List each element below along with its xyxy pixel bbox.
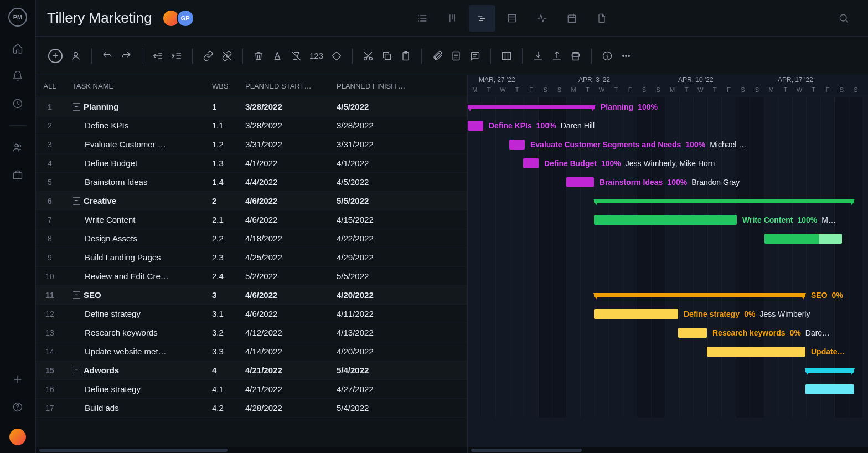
horizontal-scrollbar[interactable] — [36, 447, 467, 453]
collapse-icon[interactable]: − — [73, 103, 80, 111]
attachment-icon[interactable] — [432, 50, 443, 61]
notes-icon[interactable] — [451, 50, 462, 61]
gantt-task-bar[interactable]: Define strategy0%Jess Wimberly — [594, 309, 678, 319]
table-row[interactable]: 4 Define Budget 1.3 4/1/2022 4/1/2022 — [36, 154, 467, 173]
table-row[interactable]: 9 Build Landing Pages 2.3 4/25/2022 4/29… — [36, 248, 467, 267]
view-file-icon[interactable] — [588, 5, 615, 32]
gantt-task-bar[interactable]: Write Content100%M… — [594, 215, 737, 225]
add-task-icon[interactable]: + — [48, 49, 63, 63]
cut-icon[interactable] — [363, 50, 374, 61]
copy-icon[interactable] — [381, 50, 392, 61]
gantt-summary-bar[interactable]: SEO0% — [594, 293, 805, 297]
gantt-bar-label: Research keywords0%Dare… — [712, 328, 830, 337]
table-row[interactable]: 12 Define strategy 3.1 4/6/2022 4/11/202… — [36, 305, 467, 323]
view-activity-icon[interactable] — [529, 5, 555, 32]
table-row[interactable]: 14 Update website met… 3.3 4/14/2022 4/2… — [36, 342, 467, 361]
gantt-row — [468, 192, 868, 210]
paste-icon[interactable] — [400, 50, 411, 61]
table-row[interactable]: 5 Brainstorm Ideas 1.4 4/4/2022 4/5/2022 — [36, 173, 467, 192]
app-logo[interactable]: PM — [8, 8, 27, 27]
collapse-icon[interactable]: − — [73, 291, 80, 299]
gantt-summary-bar[interactable] — [805, 368, 854, 373]
help-icon[interactable] — [12, 401, 24, 413]
table-row[interactable]: 1 −Planning 1 3/28/2022 4/5/2022 — [36, 97, 467, 116]
col-header-wbs[interactable]: WBS — [212, 82, 245, 90]
info-icon[interactable] — [602, 50, 613, 61]
col-header-all[interactable]: ALL — [36, 82, 64, 90]
text-style-icon[interactable] — [272, 50, 283, 61]
table-row[interactable]: 10 Review and Edit Cre… 2.4 5/2/2022 5/5… — [36, 267, 467, 286]
comment-icon[interactable] — [469, 50, 480, 61]
svg-rect-16 — [573, 56, 578, 60]
gantt-summary-bar[interactable]: Planning100% — [468, 105, 595, 109]
table-row[interactable]: 11 −SEO 3 4/6/2022 4/20/2022 — [36, 286, 467, 305]
delete-icon[interactable] — [253, 50, 264, 61]
collapse-icon[interactable]: − — [73, 367, 80, 374]
assign-icon[interactable] — [70, 50, 81, 61]
team-icon[interactable] — [12, 141, 24, 153]
gantt-summary-bar[interactable] — [594, 199, 854, 203]
view-gantt-icon[interactable] — [469, 5, 495, 32]
gantt-row — [468, 380, 868, 399]
svg-rect-11 — [385, 54, 391, 59]
table-row[interactable]: 15 −Adwords 4 4/21/2022 5/4/2022 — [36, 361, 467, 380]
gantt-task-bar[interactable]: Brainstorm Ideas100%Brandon Gray — [566, 177, 594, 187]
indent-icon[interactable] — [171, 50, 182, 61]
import-icon[interactable] — [533, 50, 544, 61]
undo-icon[interactable] — [102, 50, 113, 61]
table-row[interactable]: 8 Design Assets 2.2 4/18/2022 4/22/2022 — [36, 229, 467, 248]
view-calendar-icon[interactable] — [559, 5, 585, 32]
table-row[interactable]: 13 Research keywords 3.2 4/12/2022 4/13/… — [36, 323, 467, 342]
add-icon[interactable] — [12, 373, 24, 385]
number-format-icon[interactable]: 123 — [309, 51, 323, 60]
link-icon[interactable] — [203, 50, 214, 61]
project-members[interactable]: GP — [162, 9, 194, 27]
table-row[interactable]: 2 Define KPIs 1.1 3/28/2022 3/28/2022 — [36, 116, 467, 135]
col-header-finish[interactable]: PLANNED FINISH … — [337, 82, 428, 90]
day-label: T — [609, 86, 623, 93]
notifications-icon[interactable] — [12, 70, 24, 82]
svg-point-20 — [628, 55, 630, 56]
view-list-icon[interactable] — [409, 5, 436, 32]
gantt-row: Define Budget100%Jess Wimberly, Mike Hor… — [468, 154, 868, 173]
table-row[interactable]: 3 Evaluate Customer … 1.2 3/31/2022 3/31… — [36, 135, 467, 154]
home-icon[interactable] — [12, 42, 24, 54]
gantt-task-bar[interactable]: Evaluate Customer Segments and Needs100%… — [509, 140, 525, 150]
view-sheet-icon[interactable] — [499, 5, 525, 32]
diamond-icon[interactable] — [331, 50, 342, 61]
print-icon[interactable] — [570, 50, 581, 61]
gantt-task-bar[interactable]: Define Budget100%Jess Wimberly, Mike Hor… — [523, 158, 539, 168]
gantt-task-bar[interactable] — [764, 234, 842, 244]
gantt-task-bar[interactable]: Define KPIs100%Daren Hill — [468, 121, 483, 131]
briefcase-icon[interactable] — [12, 169, 24, 181]
day-label: T — [482, 86, 496, 93]
svg-rect-6 — [569, 15, 576, 22]
col-header-name[interactable]: TASK NAME — [68, 82, 212, 90]
table-row[interactable]: 6 −Creative 2 4/6/2022 5/5/2022 — [36, 192, 467, 210]
gantt-task-bar[interactable]: Update… — [707, 347, 805, 357]
view-board-icon[interactable] — [439, 5, 466, 32]
gantt-scrollbar[interactable] — [468, 447, 868, 453]
col-header-start[interactable]: PLANNED START… — [245, 82, 337, 90]
search-icon[interactable] — [830, 5, 857, 32]
gantt-task-bar[interactable] — [805, 384, 854, 394]
columns-icon[interactable] — [501, 50, 512, 61]
unlink-icon[interactable] — [221, 50, 232, 61]
clear-format-icon[interactable] — [291, 50, 302, 61]
more-icon[interactable] — [621, 50, 632, 61]
table-row[interactable]: 16 Define strategy 4.1 4/21/2022 4/27/20… — [36, 380, 467, 399]
day-label: M — [764, 86, 778, 93]
svg-point-19 — [626, 55, 627, 56]
user-avatar[interactable] — [9, 429, 26, 445]
gantt-row: Update… — [468, 342, 868, 361]
gantt-task-bar[interactable]: Research keywords0%Dare… — [678, 328, 707, 338]
table-row[interactable]: 7 Write Content 2.1 4/6/2022 4/15/2022 — [36, 210, 467, 229]
redo-icon[interactable] — [121, 50, 132, 61]
gantt-bar-label: Define Budget100%Jess Wimberly, Mike Hor… — [544, 159, 715, 168]
recent-icon[interactable] — [12, 97, 24, 110]
table-row[interactable]: 17 Build ads 4.2 4/28/2022 5/4/2022 — [36, 399, 467, 418]
member-avatar[interactable]: GP — [177, 9, 194, 27]
export-icon[interactable] — [551, 50, 562, 61]
outdent-icon[interactable] — [152, 50, 163, 61]
collapse-icon[interactable]: − — [73, 197, 80, 205]
